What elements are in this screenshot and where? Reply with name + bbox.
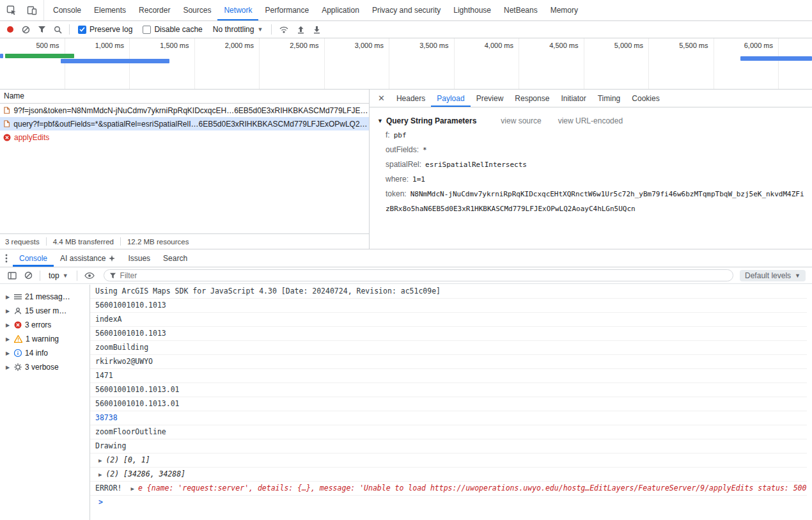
tab-initiator[interactable]: Initiator <box>555 90 591 107</box>
requests-count: 3 requests <box>5 238 40 246</box>
tab-recorder[interactable]: Recorder <box>132 0 176 20</box>
drawer-tab-search[interactable]: Search <box>157 249 194 267</box>
tab-memory[interactable]: Memory <box>544 0 584 20</box>
disable-cache-checkbox[interactable]: Disable cache <box>143 25 202 34</box>
sidebar-item-label: 14 info <box>25 349 48 358</box>
expand-caret-icon[interactable]: ▶ <box>6 294 11 300</box>
preserve-log-checkbox[interactable]: Preserve log <box>78 25 132 34</box>
ai-spark-icon <box>109 255 115 262</box>
inspect-element-icon[interactable] <box>4 0 19 20</box>
expand-caret-icon[interactable]: ▶ <box>6 308 11 314</box>
tab-timing[interactable]: Timing <box>592 90 627 107</box>
expand-caret-icon[interactable]: ▶ <box>6 322 11 328</box>
console-prompt[interactable]: > <box>90 496 807 510</box>
device-toolbar-icon[interactable] <box>24 0 40 20</box>
import-har-icon[interactable] <box>294 21 308 38</box>
tab-label: Performance <box>265 6 309 15</box>
tab-label: NetBeans <box>504 6 538 15</box>
more-tools-kebab-icon[interactable] <box>0 249 13 267</box>
clear-network-log-icon[interactable] <box>19 21 33 38</box>
array-preview: (2) [0, 1] <box>105 455 150 464</box>
view-source-link[interactable]: view source <box>501 116 541 125</box>
param-row: f:pbf <box>377 128 804 143</box>
tab-network[interactable]: Network <box>217 0 258 20</box>
request-row-selected[interactable]: query?f=pbf&outFields=*&spatialRel=esriS… <box>0 117 369 130</box>
expand-caret-icon[interactable]: ▶ <box>6 365 11 370</box>
clear-console-icon[interactable] <box>22 267 35 283</box>
tab-headers[interactable]: Headers <box>391 90 431 107</box>
tab-lighthouse[interactable]: Lighthouse <box>447 0 497 20</box>
sidebar-item-user-messages[interactable]: ▶ 15 user m… <box>0 304 90 318</box>
waterfall-bar-blue <box>61 59 169 63</box>
sidebar-item-all-messages[interactable]: ▶ 21 messag… <box>0 290 90 304</box>
param-name: where: <box>386 175 409 184</box>
devtools-window: Console Elements Recorder Sources Networ… <box>0 0 812 520</box>
network-conditions-icon[interactable] <box>276 21 292 38</box>
tab-performance[interactable]: Performance <box>258 0 315 20</box>
console-messages: Using ArcGIS Maps SDK for JavaScript 4.3… <box>90 285 812 520</box>
tab-label: Console <box>19 254 47 263</box>
network-overview-timeline[interactable]: 500 ms 1,000 ms 1,500 ms 2,000 ms 2,500 … <box>0 38 812 90</box>
json-document-icon <box>3 106 10 114</box>
tab-netbeans[interactable]: NetBeans <box>497 0 544 20</box>
tab-sources[interactable]: Sources <box>176 0 217 20</box>
sidebar-item-info[interactable]: ▶ 14 info <box>0 346 90 360</box>
tab-preview[interactable]: Preview <box>471 90 510 107</box>
drawer-tab-issues[interactable]: Issues <box>121 249 157 267</box>
expand-caret-icon[interactable]: ▶ <box>6 336 11 342</box>
tab-elements[interactable]: Elements <box>88 0 132 20</box>
tab-payload[interactable]: Payload <box>431 90 470 107</box>
messages-list-icon <box>14 294 22 300</box>
drawer-tab-console[interactable]: Console <box>13 249 54 267</box>
log-levels-dropdown[interactable]: Default levels ▼ <box>740 270 806 281</box>
expand-caret-icon[interactable]: ▶ <box>6 351 11 356</box>
toolbar-separator <box>40 271 40 281</box>
sidebar-item-errors[interactable]: ▶ 3 errors <box>0 318 90 332</box>
console-message: 56001001010.1013.01 <box>90 397 807 411</box>
drawer-tab-ai-assistance[interactable]: AI assistance <box>54 249 121 267</box>
live-expression-eye-icon[interactable] <box>82 267 97 283</box>
tab-privacy-security[interactable]: Privacy and security <box>366 0 447 20</box>
console-message: rkirkwo2@UWYO <box>90 355 807 369</box>
tab-label: Headers <box>396 94 425 103</box>
filter-icon <box>109 272 116 279</box>
tab-application[interactable]: Application <box>315 0 366 20</box>
param-name: spatialRel: <box>386 160 421 169</box>
timeline-tick: 1,500 ms <box>130 38 195 89</box>
request-row-error[interactable]: applyEdits <box>0 130 369 144</box>
param-value: esriSpatialRelIntersects <box>425 161 527 169</box>
request-row[interactable]: 9?f=json&token=N8NmMdcN-jNuCdmv7ykrniRpR… <box>0 104 369 117</box>
tab-response[interactable]: Response <box>509 90 555 107</box>
tab-cookies[interactable]: Cookies <box>626 90 665 107</box>
expand-caret-icon[interactable]: ▶ <box>98 457 102 464</box>
resources-size: 12.2 MB resources <box>127 238 189 246</box>
expand-caret-icon[interactable]: ▶ <box>131 485 134 492</box>
close-details-icon[interactable]: ✕ <box>372 90 391 107</box>
throttling-dropdown[interactable]: No throttling ▼ <box>213 25 263 34</box>
console-sidebar-toggle-icon[interactable] <box>5 267 19 283</box>
status-separator <box>46 237 47 246</box>
expand-caret-icon[interactable]: ▼ <box>377 118 383 124</box>
javascript-context-dropdown[interactable]: top ▼ <box>49 271 68 280</box>
param-row: spatialRel:esriSpatialRelIntersects <box>377 157 804 172</box>
tab-console[interactable]: Console <box>47 0 88 20</box>
timeline-tick: 3,000 ms <box>325 38 390 89</box>
request-list-panel: Name 9?f=json&token=N8NmMdcN-jNuCdmv7ykr… <box>0 90 369 233</box>
sidebar-item-verbose[interactable]: ▶ 3 verbose <box>0 360 90 374</box>
record-network-log-icon[interactable] <box>4 21 17 38</box>
levels-value: Default levels <box>745 271 791 280</box>
query-string-params-header[interactable]: ▼ Query String Parameters view source vi… <box>377 114 804 128</box>
export-har-icon[interactable] <box>310 21 324 38</box>
sidebar-item-label: 21 messag… <box>25 292 70 301</box>
expand-caret-icon[interactable]: ▶ <box>98 471 102 478</box>
filter-icon[interactable] <box>35 21 49 38</box>
request-list-column-header[interactable]: Name <box>0 90 369 104</box>
tab-label: Recorder <box>139 6 170 15</box>
view-url-encoded-link[interactable]: view URL-encoded <box>558 116 623 125</box>
console-filter-input[interactable] <box>120 271 728 280</box>
sidebar-item-warnings[interactable]: ▶ 1 warning <box>0 332 90 346</box>
sidebar-item-label: 1 warning <box>26 335 59 343</box>
timeline-tick: 2,000 ms <box>195 38 260 89</box>
search-icon[interactable] <box>51 21 65 38</box>
console-filter-box[interactable] <box>104 269 733 281</box>
